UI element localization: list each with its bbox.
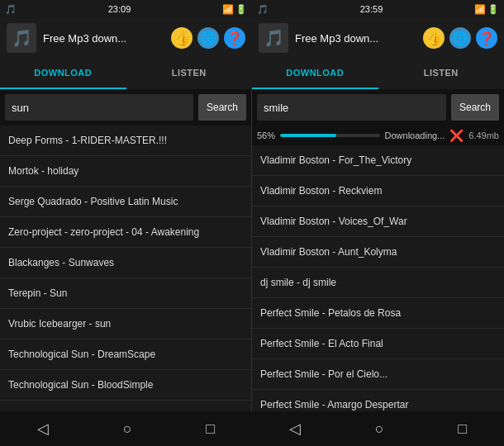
panel-left: Search Deep Forms - 1-RIDER-MASTER.!!! M… xyxy=(0,89,252,411)
app-icon-left: 🎵 xyxy=(7,23,36,53)
app-title-right: Free Mp3 down... xyxy=(295,32,416,45)
signal-icon-left: 📶 xyxy=(222,4,234,15)
list-item[interactable]: Serge Quadrado - Positive Latin Music xyxy=(0,187,251,217)
time-left: 23:09 xyxy=(108,4,131,14)
search-bar-left: Search xyxy=(0,89,251,126)
list-item[interactable]: Vladimir Boston - Aunt_Kolyma xyxy=(252,237,504,268)
tabs-left: DOWNLOAD LISTEN xyxy=(0,58,252,89)
list-item[interactable]: Blackanges - Sunwaves xyxy=(0,248,251,278)
battery-icon-left: 🔋 xyxy=(235,4,247,15)
search-button-right[interactable]: Search xyxy=(451,94,499,121)
list-item[interactable]: Technological Sun - DreamScape xyxy=(0,339,251,370)
list-item[interactable]: Vladimir Boston - Voices_Of_War xyxy=(252,206,504,237)
list-item[interactable]: Perfect Smile - Por el Cielo... xyxy=(252,359,504,390)
list-item[interactable]: Perfect Smile - El Acto Final xyxy=(252,329,504,359)
progress-percent: 56% xyxy=(257,130,275,140)
recent-button-right[interactable]: □ xyxy=(458,420,467,438)
app-title-left: Free Mp3 down... xyxy=(43,32,164,45)
song-list-left: Deep Forms - 1-RIDER-MASTER.!!! Mortok -… xyxy=(0,126,251,411)
back-button-right[interactable]: ◁ xyxy=(289,420,301,438)
status-bar-right: 🎵 23:59 📶 🔋 xyxy=(252,0,504,18)
list-item[interactable]: Vladimir Boston - For_The_Victory xyxy=(252,145,504,176)
song-list-right: Vladimir Boston - For_The_Victory Vladim… xyxy=(252,145,504,411)
bottom-nav-left: ◁ ○ □ xyxy=(0,411,252,446)
list-item[interactable]: dj smile - dj smile xyxy=(252,268,504,298)
music-icon-left: 🎵 xyxy=(5,4,17,15)
search-input-right[interactable] xyxy=(257,94,446,121)
list-item[interactable]: Technological Sun - Simpleton xyxy=(0,401,251,411)
cancel-download-button[interactable]: ❌ xyxy=(449,129,464,142)
tab-download-left[interactable]: DOWNLOAD xyxy=(0,58,126,89)
battery-icon-right: 🔋 xyxy=(487,4,499,15)
app-header-left: 🎵 Free Mp3 down... 👍 🌐 ❓ xyxy=(0,18,252,58)
globe-icon-left[interactable]: 🌐 xyxy=(197,27,219,49)
search-bar-right: Search xyxy=(252,89,504,126)
help-icon-left[interactable]: ❓ xyxy=(224,27,245,49)
list-item[interactable]: Vladimir Boston - Reckviem xyxy=(252,176,504,206)
search-button-left[interactable]: Search xyxy=(198,94,246,121)
progress-bar-fill xyxy=(280,134,335,137)
list-item[interactable]: Perfect Smile - Amargo Despertar xyxy=(252,390,504,411)
music-icon-right: 🎵 xyxy=(257,4,269,15)
back-button-left[interactable]: ◁ xyxy=(37,420,49,438)
app-header-right: 🎵 Free Mp3 down... 👍 🌐 ❓ xyxy=(252,18,504,58)
list-item[interactable]: Vrubic Icebearger - sun xyxy=(0,309,251,339)
file-size: 6.49mb xyxy=(468,130,499,140)
list-item[interactable]: Deep Forms - 1-RIDER-MASTER.!!! xyxy=(0,126,251,156)
list-item[interactable]: Technological Sun - BloodSimple xyxy=(0,370,251,401)
progress-bar xyxy=(280,134,379,137)
status-bar-left: 🎵 23:09 📶 🔋 xyxy=(0,0,252,18)
tab-download-right[interactable]: DOWNLOAD xyxy=(252,58,378,89)
download-progress: 56% Downloading... ❌ 6.49mb xyxy=(252,126,504,145)
home-button-right[interactable]: ○ xyxy=(375,420,384,438)
home-button-left[interactable]: ○ xyxy=(123,420,132,438)
thumbs-up-icon-left[interactable]: 👍 xyxy=(171,27,193,49)
list-item[interactable]: Terepin - Sun xyxy=(0,278,251,309)
list-item[interactable]: Zero-project - zero-project - 04 - Awake… xyxy=(0,217,251,248)
help-icon-right[interactable]: ❓ xyxy=(476,27,497,49)
bottom-nav-right: ◁ ○ □ xyxy=(252,411,504,446)
thumbs-up-icon-right[interactable]: 👍 xyxy=(423,27,445,49)
tabs-right: DOWNLOAD LISTEN xyxy=(252,58,504,89)
globe-icon-right[interactable]: 🌐 xyxy=(449,27,471,49)
time-right: 23:59 xyxy=(360,4,383,14)
signal-icon-right: 📶 xyxy=(474,4,486,15)
tab-listen-right[interactable]: LISTEN xyxy=(378,58,505,89)
panel-right: Search 56% Downloading... ❌ 6.49mb Vladi… xyxy=(252,89,504,411)
search-input-left[interactable] xyxy=(5,94,193,121)
recent-button-left[interactable]: □ xyxy=(206,420,215,438)
list-item[interactable]: Mortok - holiday xyxy=(0,156,251,187)
downloading-label: Downloading... xyxy=(385,130,445,140)
app-icon-right: 🎵 xyxy=(259,23,288,53)
tab-listen-left[interactable]: LISTEN xyxy=(126,58,253,89)
list-item[interactable]: Perfect Smile - Petalos de Rosa xyxy=(252,298,504,329)
